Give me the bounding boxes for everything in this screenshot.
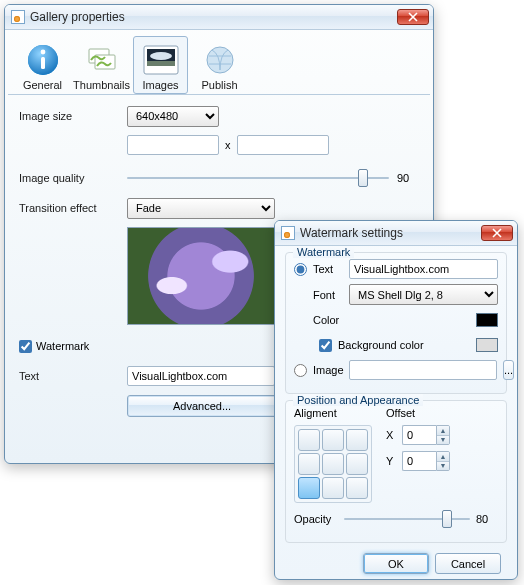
info-icon [24, 41, 62, 79]
height-input[interactable] [237, 135, 329, 155]
y-up[interactable]: ▲ [437, 452, 449, 462]
transition-select[interactable]: Fade [127, 198, 275, 219]
quality-slider[interactable] [127, 168, 389, 188]
watermark-checkbox-wrap[interactable]: Watermark [19, 340, 89, 353]
tab-images-label: Images [142, 79, 178, 91]
font-select[interactable]: MS Shell Dlg 2, 8 [349, 284, 498, 305]
alignment-grid [294, 425, 372, 503]
images-icon [142, 41, 180, 79]
align-tr[interactable] [346, 429, 368, 451]
app-icon [11, 10, 25, 24]
x-down[interactable]: ▼ [437, 436, 449, 445]
close-button[interactable] [397, 9, 429, 25]
x-up[interactable]: ▲ [437, 426, 449, 436]
opacity-value: 80 [476, 513, 498, 525]
opacity-slider[interactable] [344, 509, 470, 529]
wm-text-input[interactable] [349, 259, 498, 279]
align-bl[interactable] [298, 477, 320, 499]
watermark-title: Watermark settings [300, 226, 481, 240]
wm-image-input[interactable] [349, 360, 497, 380]
bgcolor-label: Background color [338, 339, 470, 351]
watermark-checkbox[interactable] [19, 340, 32, 353]
tab-publish[interactable]: Publish [192, 36, 247, 94]
y-down[interactable]: ▼ [437, 462, 449, 471]
watermark-group-title: Watermark [293, 246, 354, 258]
align-br[interactable] [346, 477, 368, 499]
tab-publish-label: Publish [201, 79, 237, 91]
text-radio-label: Text [313, 263, 343, 275]
svg-point-8 [150, 52, 172, 60]
align-tc[interactable] [322, 429, 344, 451]
image-size-select[interactable]: 640x480 [127, 106, 219, 127]
watermark-text-input[interactable] [127, 366, 275, 386]
gallery-titlebar[interactable]: Gallery properties [5, 5, 433, 30]
close-icon [492, 228, 502, 238]
align-bc[interactable] [322, 477, 344, 499]
tab-thumbnails[interactable]: Thumbnails [74, 36, 129, 94]
width-input[interactable] [127, 135, 219, 155]
color-label: Color [313, 314, 343, 326]
dim-separator: x [225, 139, 231, 151]
bgcolor-checkbox[interactable] [319, 339, 332, 352]
align-tl[interactable] [298, 429, 320, 451]
close-button[interactable] [481, 225, 513, 241]
close-icon [408, 12, 418, 22]
position-group-title: Position and Appearance [293, 394, 423, 406]
publish-icon [201, 41, 239, 79]
y-label: Y [386, 455, 396, 467]
position-group: Position and Appearance Aligment [285, 400, 507, 543]
align-mr[interactable] [346, 453, 368, 475]
transition-label: Transition effect [19, 202, 127, 214]
y-input[interactable] [402, 451, 436, 471]
tab-general[interactable]: General [15, 36, 70, 94]
alignment-label: Aligment [294, 407, 372, 419]
text-label: Text [19, 370, 127, 382]
font-label: Font [313, 289, 343, 301]
watermark-group: Watermark Text Font MS Shell Dlg 2, 8 Co… [285, 252, 507, 394]
cancel-button[interactable]: Cancel [435, 553, 501, 574]
transition-preview [127, 227, 275, 325]
svg-rect-9 [147, 61, 175, 66]
x-input[interactable] [402, 425, 436, 445]
ok-button[interactable]: OK [363, 553, 429, 574]
align-ml[interactable] [298, 453, 320, 475]
align-mc[interactable] [322, 453, 344, 475]
svg-point-3 [40, 50, 45, 55]
image-radio[interactable] [294, 364, 307, 377]
svg-rect-2 [41, 57, 45, 69]
tab-general-label: General [23, 79, 62, 91]
opacity-label: Opacity [294, 513, 338, 525]
color-swatch[interactable] [476, 313, 498, 327]
image-quality-label: Image quality [19, 172, 127, 184]
watermark-body: Watermark Text Font MS Shell Dlg 2, 8 Co… [275, 246, 517, 582]
y-spinner[interactable]: ▲▼ [402, 451, 450, 471]
app-icon [281, 226, 295, 240]
tab-strip: General Thumbnails Images Publish [5, 30, 433, 94]
advanced-button[interactable]: Advanced... [127, 395, 277, 417]
offset-label: Offset [386, 407, 450, 419]
quality-value: 90 [397, 172, 419, 184]
watermark-settings-window: Watermark settings Watermark Text Font M… [274, 220, 518, 580]
x-label: X [386, 429, 396, 441]
watermark-titlebar[interactable]: Watermark settings [275, 221, 517, 246]
tab-images[interactable]: Images [133, 36, 188, 94]
watermark-label: Watermark [36, 340, 89, 352]
tab-thumbnails-label: Thumbnails [73, 79, 130, 91]
image-radio-label: Image [313, 364, 343, 376]
x-spinner[interactable]: ▲▼ [402, 425, 450, 445]
thumbnails-icon [83, 41, 121, 79]
image-size-label: Image size [19, 110, 127, 122]
browse-button[interactable]: ... [503, 360, 514, 380]
bgcolor-swatch[interactable] [476, 338, 498, 352]
text-radio[interactable] [294, 263, 307, 276]
gallery-title: Gallery properties [30, 10, 397, 24]
